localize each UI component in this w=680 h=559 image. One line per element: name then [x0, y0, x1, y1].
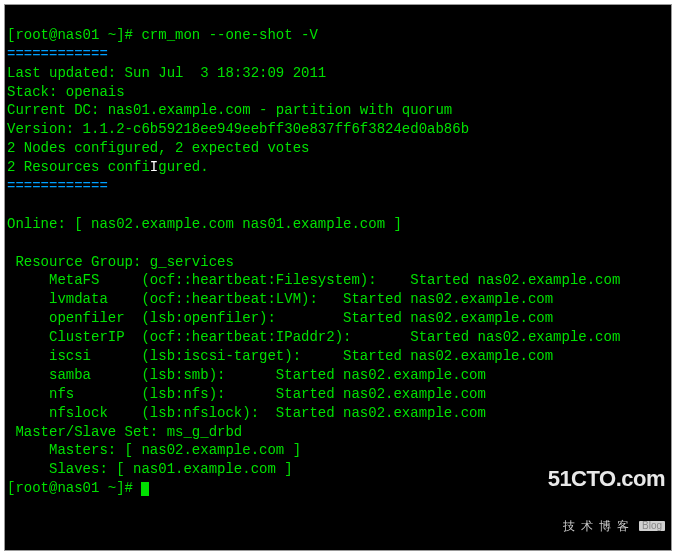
status-last-updated: Last updated: Sun Jul 3 18:32:09 2011	[7, 65, 326, 81]
resource-row: ClusterIP (ocf::heartbeat:IPaddr2): Star…	[7, 329, 620, 345]
status-current-dc: Current DC: nas01.example.com - partitio…	[7, 102, 452, 118]
block-cursor-icon	[141, 482, 149, 496]
prompt-text: [root@nas01 ~]#	[7, 27, 141, 43]
watermark-tag: 技术博客	[563, 519, 635, 533]
resource-row: samba (lsb:smb): Started nas02.example.c…	[7, 367, 486, 383]
watermark: 51CTO.com 技术博客Blog	[548, 440, 665, 546]
watermark-blog-badge: Blog	[639, 521, 665, 531]
resource-row: nfslock (lsb:nfslock): Started nas02.exa…	[7, 405, 486, 421]
resource-row: openfiler (lsb:openfiler): Started nas02…	[7, 310, 553, 326]
resource-row: MetaFS (ocf::heartbeat:Filesystem): Star…	[7, 272, 620, 288]
status-stack: Stack: openais	[7, 84, 125, 100]
resource-group-header: Resource Group: g_services	[7, 254, 234, 270]
status-version: Version: 1.1.2-c6b59218ee949eebff30e837f…	[7, 121, 469, 137]
prompt-text: [root@nas01 ~]#	[7, 480, 141, 496]
terminal-output[interactable]: [root@nas01 ~]# crm_mon --one-shot -V ==…	[4, 4, 672, 551]
divider-top: ============	[7, 46, 108, 62]
watermark-domain: 51CTO.com	[548, 468, 665, 490]
resource-row: nfs (lsb:nfs): Started nas02.example.com	[7, 386, 486, 402]
divider-bottom: ============	[7, 178, 108, 194]
command-text: crm_mon --one-shot -V	[141, 27, 317, 43]
shell-prompt-1: [root@nas01 ~]# crm_mon --one-shot -V	[7, 27, 318, 43]
text-cursor-icon: I	[150, 159, 158, 175]
resource-row: iscsi (lsb:iscsi-target): Started nas02.…	[7, 348, 553, 364]
slaves-row: Slaves: [ nas01.example.com ]	[7, 461, 293, 477]
resource-row: lvmdata (ocf::heartbeat:LVM): Started na…	[7, 291, 553, 307]
status-nodes: 2 Nodes configured, 2 expected votes	[7, 140, 309, 156]
masters-row: Masters: [ nas02.example.com ]	[7, 442, 301, 458]
shell-prompt-2[interactable]: [root@nas01 ~]#	[7, 480, 149, 496]
master-slave-header: Master/Slave Set: ms_g_drbd	[7, 424, 242, 440]
status-resources: 2 Resources confiIgured.	[7, 159, 209, 175]
online-nodes: Online: [ nas02.example.com nas01.exampl…	[7, 216, 402, 232]
